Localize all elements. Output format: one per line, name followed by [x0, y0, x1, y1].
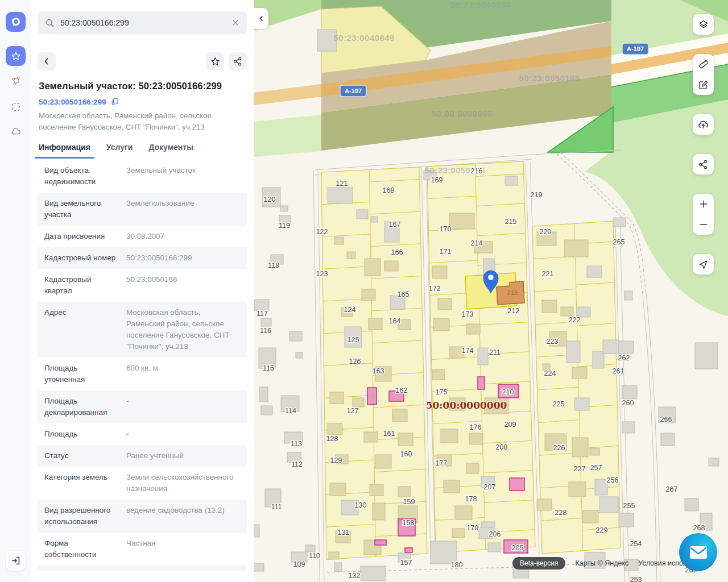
row-label: Вид объекта недвижимости	[44, 165, 119, 188]
building	[613, 218, 626, 227]
search-input[interactable]	[60, 18, 226, 27]
rail-select-area-button[interactable]	[6, 97, 26, 117]
tab-2[interactable]: Документы	[148, 143, 193, 159]
parcel-label: 168	[383, 186, 395, 194]
green-strip	[254, 115, 321, 157]
logo-glyph	[10, 16, 22, 28]
selected-parcel-label: 213	[507, 289, 518, 296]
parcel-label: 208	[496, 443, 508, 451]
ruler-icon	[698, 59, 709, 70]
building	[595, 479, 607, 495]
measure-button[interactable]	[693, 54, 714, 74]
building	[373, 503, 385, 520]
building	[572, 367, 587, 379]
parcel-label: 131	[338, 529, 350, 537]
chat-button[interactable]	[679, 533, 717, 571]
rail-geometry-button[interactable]	[6, 71, 26, 91]
share-button[interactable]	[229, 52, 247, 70]
terms-link[interactable]: Условия испол	[638, 559, 687, 567]
polygon-icon	[10, 76, 22, 87]
parcel-label: 215	[505, 218, 517, 226]
collapse-panel-button[interactable]	[254, 8, 268, 29]
tab-1[interactable]: Услуги	[106, 143, 133, 159]
building	[709, 458, 719, 466]
parcel-label: 161	[383, 430, 395, 438]
building	[362, 289, 375, 301]
building	[254, 563, 264, 571]
parcel-label: 166	[391, 248, 403, 256]
upload-button[interactable]	[693, 114, 714, 135]
building	[441, 429, 458, 443]
building	[685, 498, 698, 511]
rail-cloud-button[interactable]	[6, 122, 26, 142]
parcel-label: 116	[260, 327, 271, 335]
building	[329, 552, 339, 559]
locate-button[interactable]	[693, 254, 714, 275]
object-actions	[38, 52, 247, 70]
back-button[interactable]	[38, 52, 56, 70]
parcel-label: 165	[398, 290, 410, 298]
copy-icon[interactable]	[110, 97, 119, 106]
building	[334, 563, 342, 572]
building	[478, 348, 488, 365]
building	[449, 213, 474, 229]
zoom-out-button[interactable]	[693, 214, 714, 235]
building	[370, 484, 383, 496]
parcel-label: 121	[336, 180, 348, 188]
parcel-label: 128	[326, 435, 338, 443]
map[interactable]: 213 50:23:004085450:23:004084950:23:0050…	[254, 0, 728, 582]
edit-button[interactable]	[693, 74, 714, 95]
app-logo[interactable]	[6, 12, 26, 32]
search-icon	[44, 18, 55, 28]
parcel-label: 224	[544, 369, 556, 377]
building	[695, 343, 718, 369]
parcel-label: 210	[502, 388, 514, 396]
building	[375, 455, 391, 468]
row-label: Дата присвоения	[44, 231, 119, 242]
star-outline-icon	[210, 56, 221, 67]
parcel-label: 173	[462, 310, 474, 318]
share-map-button[interactable]	[693, 154, 714, 174]
parcel-label: 219	[531, 191, 543, 199]
building	[398, 433, 413, 446]
parcel-label: 110	[309, 552, 320, 560]
parcel-label: 211	[489, 348, 500, 356]
layers-button[interactable]	[693, 14, 714, 35]
rail-favorites-button[interactable]	[6, 46, 26, 66]
map-canvas[interactable]: 213 50:23:004085450:23:004084950:23:0050…	[254, 0, 728, 582]
building	[542, 300, 557, 313]
parcel-label: 118	[268, 261, 279, 269]
row-label: Площадь декларированная	[44, 396, 119, 418]
exit-button[interactable]	[6, 551, 26, 571]
favorite-button[interactable]	[206, 52, 224, 70]
parcel-label: 174	[462, 347, 474, 355]
navigation-arrow-icon	[698, 259, 709, 270]
building	[661, 433, 675, 446]
building	[261, 406, 272, 415]
parcel-label: 124	[344, 306, 356, 314]
parcel-label: 171	[440, 248, 452, 256]
parcel-label: 212	[508, 307, 520, 315]
tab-0[interactable]: Информация	[39, 143, 90, 159]
quarter-label: 50:00:0000000	[432, 109, 493, 118]
cadastral-number-link[interactable]: 50:23:0050166:299	[39, 98, 106, 106]
row-value: -	[126, 396, 240, 418]
parcel-label: 180	[451, 561, 463, 569]
table-row: Кадастровый номер50:23:0050166:299	[38, 247, 247, 269]
building	[357, 210, 368, 219]
building	[622, 422, 635, 433]
parcel-label: 175	[436, 388, 448, 396]
row-value: 50:23:0050166:299	[126, 252, 240, 264]
table-row: Дата присвоения30.08.2007	[38, 226, 247, 247]
parcel-label: 129	[330, 456, 342, 464]
building	[566, 341, 580, 363]
parcel-label: 169	[431, 176, 443, 184]
layers-icon	[698, 19, 709, 30]
left-rail	[0, 0, 31, 582]
parcel-label: 266	[660, 415, 672, 423]
zoom-in-button[interactable]	[693, 194, 714, 214]
clear-search-icon[interactable]	[231, 18, 240, 27]
row-value: Земли сельскохозяйственного назначения	[126, 472, 240, 494]
building	[330, 392, 344, 404]
search-box	[38, 11, 247, 34]
